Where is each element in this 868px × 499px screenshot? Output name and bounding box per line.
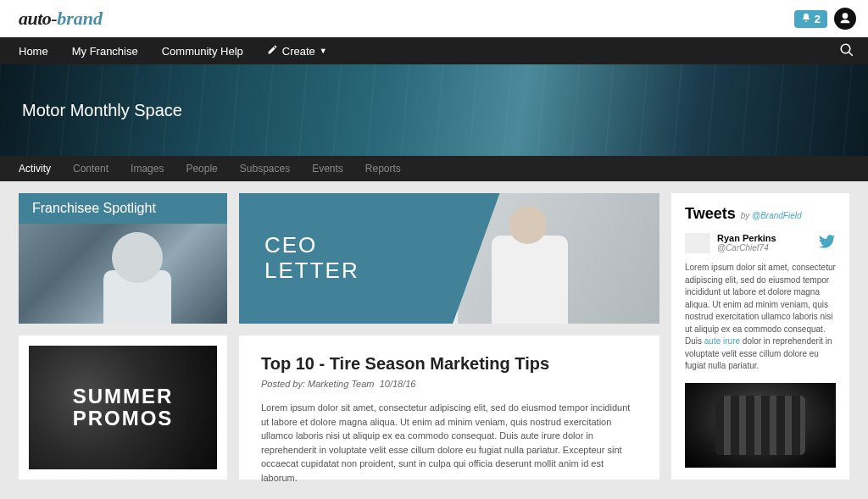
column-middle: CEO LETTER Top 10 - Tire Season Marketin… (239, 193, 659, 480)
tweet-image[interactable] (685, 383, 836, 468)
nav-create-label: Create (282, 45, 315, 58)
article-title: Top 10 - Tire Season Marketing Tips (261, 354, 637, 374)
tweet-user-row: Ryan Perkins @CarChief74 (685, 233, 836, 253)
tweet-user-info: Ryan Perkins @CarChief74 (717, 233, 776, 252)
nav-create[interactable]: Create ▼ (267, 44, 327, 58)
subnav-reports[interactable]: Reports (365, 163, 401, 175)
article-card[interactable]: Top 10 - Tire Season Marketing Tips Post… (239, 335, 659, 480)
ceo-letter-card[interactable]: CEO LETTER (239, 193, 659, 324)
column-right: Tweets by @BrandField Ryan Perkins @CarC… (671, 193, 849, 480)
ceo-line1: CEO (264, 233, 500, 258)
space-title: Motor Monthly Space (22, 101, 182, 120)
subnav-activity[interactable]: Activity (19, 163, 51, 175)
nav-home[interactable]: Home (19, 44, 48, 58)
article-date: 10/18/16 (380, 379, 416, 389)
tweets-byline: by @BrandField (741, 211, 802, 220)
top-right-controls: 2 (794, 8, 856, 30)
tweets-title: Tweets (685, 205, 736, 223)
content-area: Franchisee Spotlight SUMMER PROMOS CEO L… (0, 181, 868, 491)
subnav-images[interactable]: Images (131, 163, 164, 175)
main-nav-left: Home My Franchise Community Help Create … (19, 44, 327, 58)
tweet-user-handle[interactable]: @CarChief74 (717, 243, 776, 252)
hero-banner: Motor Monthly Space (0, 64, 868, 156)
nav-my-franchise[interactable]: My Franchise (72, 44, 138, 58)
nav-community-help[interactable]: Community Help (162, 44, 243, 58)
ceo-line2: LETTER (264, 258, 500, 284)
tweets-by-handle[interactable]: @BrandField (752, 211, 802, 220)
top-bar: auto-brand 2 (0, 0, 868, 37)
tweet-avatar[interactable] (685, 233, 710, 253)
search-icon (839, 42, 854, 58)
user-avatar[interactable] (834, 8, 856, 30)
tweet-body-pre: Lorem ipsum dolor sit amet, consectetur … (685, 263, 836, 346)
tweet-user-name[interactable]: Ryan Perkins (717, 233, 776, 243)
tweet-body: Lorem ipsum dolor sit amet, consectetur … (685, 262, 836, 373)
subnav-events[interactable]: Events (312, 163, 343, 175)
sub-nav: ActivityContentImagesPeopleSubspacesEven… (0, 156, 868, 181)
subnav-people[interactable]: People (186, 163, 217, 175)
brand-part2: brand (57, 8, 103, 29)
article-body: Lorem ipsum dolor sit amet, consectetur … (261, 401, 637, 485)
tweets-by-label: by (741, 211, 750, 220)
notifications-button[interactable]: 2 (794, 10, 827, 28)
spotlight-title: Franchisee Spotlight (19, 193, 227, 224)
tweet-body-link[interactable]: aute irure (704, 336, 740, 346)
bell-icon (801, 13, 811, 25)
pencil-icon (267, 44, 278, 58)
article-meta: Posted by: Marketing Team 10/18/16 (261, 379, 637, 389)
article-posted-by-label: Posted by: (261, 379, 305, 389)
column-left: Franchisee Spotlight SUMMER PROMOS (19, 193, 227, 480)
summer-promos-card[interactable]: SUMMER PROMOS (19, 335, 227, 480)
article-author: Marketing Team (308, 379, 374, 389)
main-nav: Home My Franchise Community Help Create … (0, 37, 868, 64)
search-button[interactable] (839, 42, 854, 60)
notifications-count: 2 (815, 13, 821, 25)
twitter-icon (819, 233, 836, 253)
person-icon (838, 12, 852, 25)
brand-part1: auto- (19, 8, 57, 29)
spotlight-image (19, 224, 227, 324)
tweets-card: Tweets by @BrandField Ryan Perkins @CarC… (671, 193, 849, 480)
tweets-header: Tweets by @BrandField (685, 205, 836, 223)
subnav-subspaces[interactable]: Subspaces (240, 163, 290, 175)
promos-line1: SUMMER (73, 385, 174, 408)
franchisee-spotlight-card[interactable]: Franchisee Spotlight (19, 193, 227, 324)
chevron-down-icon: ▼ (320, 47, 327, 55)
brand-logo[interactable]: auto-brand (19, 8, 103, 30)
subnav-content[interactable]: Content (73, 163, 108, 175)
promos-image: SUMMER PROMOS (29, 346, 217, 469)
promos-line2: PROMOS (73, 408, 174, 430)
